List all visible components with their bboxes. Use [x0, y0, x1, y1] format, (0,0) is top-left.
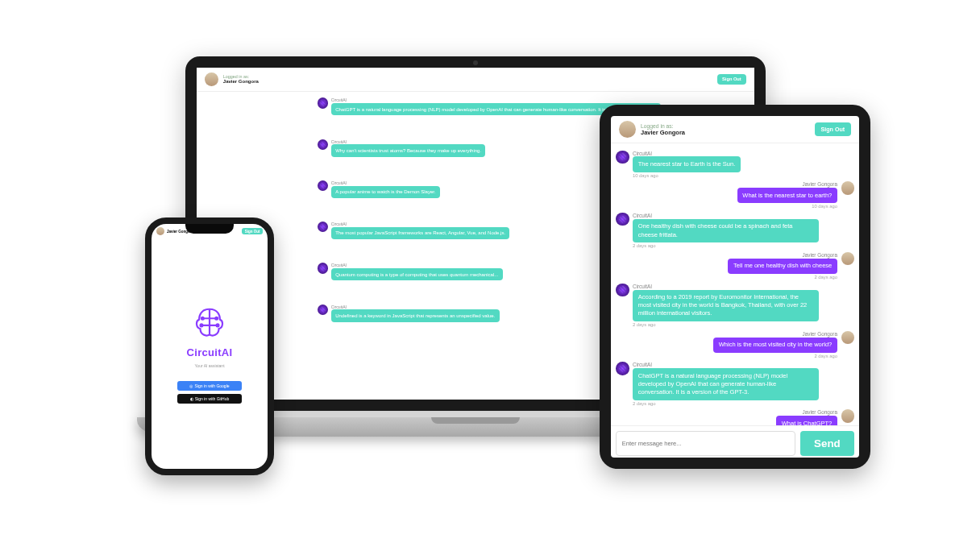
tablet-mockup: Logged in as: Javier Gongora Sign Out Ci… — [600, 105, 870, 469]
svg-point-6 — [217, 324, 219, 326]
signout-button[interactable]: Sign Out — [815, 122, 851, 136]
bot-avatar-icon — [318, 304, 328, 315]
message-wrap: CircuitAIQuantum computing is a type of … — [331, 263, 503, 280]
app-header: Logged in as: Javier Gongora Sign Out — [197, 68, 754, 92]
timestamp: 2 days ago — [814, 275, 837, 280]
phone-notch — [185, 224, 234, 234]
sender-label: CircuitAI — [633, 362, 819, 367]
message-wrap: Javier GongoraWhat is the nearest star t… — [737, 181, 837, 209]
bot-avatar-icon — [616, 213, 629, 226]
chat-row: Javier GongoraWhat is the nearest star t… — [616, 181, 854, 209]
svg-point-3 — [201, 317, 204, 319]
phone-app: Javier Gongora Sign Out — [152, 224, 268, 469]
bot-avatar-icon — [616, 362, 629, 375]
laptop-hinge-notch — [431, 417, 520, 424]
landing-screen: Javier Gongora Sign Out — [152, 224, 268, 469]
bot-message-bubble: According to a 2019 report by Euromonito… — [633, 290, 819, 321]
user-avatar-icon — [841, 331, 855, 345]
username: Javier Gongora — [641, 129, 685, 136]
logged-in-label: Logged in as: — [641, 123, 685, 129]
sender-label: CircuitAI — [331, 97, 662, 102]
chat-row: CircuitAIThe nearest star to Earth is th… — [616, 151, 854, 178]
tablet-app: Logged in as: Javier Gongora Sign Out Ci… — [611, 116, 859, 458]
avatar — [156, 227, 164, 235]
github-icon: ◐ — [190, 396, 193, 401]
message-wrap: CircuitAIThe most popular JavaScript fra… — [331, 222, 510, 239]
brand-name: CircuitAI — [187, 346, 233, 358]
sender-label: CircuitAI — [633, 213, 819, 218]
timestamp: 2 days ago — [633, 401, 819, 406]
message-wrap: CircuitAIA popular anime to watch is the… — [331, 180, 440, 198]
google-icon: ◎ — [189, 383, 193, 388]
message-wrap: CircuitAIWhy can't scientists trust atom… — [331, 139, 486, 157]
user-block: Logged in as: Javier Gongora — [205, 72, 259, 86]
chat-row: Javier GongoraTell me one healthy dish w… — [616, 252, 854, 280]
bot-avatar-icon — [318, 97, 328, 108]
signin-google-label: Sign in with Google — [194, 383, 229, 388]
signout-button[interactable]: Sign Out — [717, 74, 746, 85]
username: Javier Gongora — [223, 79, 259, 84]
user-message-bubble: Which is the most visited city in the wo… — [713, 338, 837, 353]
bot-message-bubble: Quantum computing is a type of computing… — [331, 268, 503, 280]
svg-point-5 — [201, 324, 203, 326]
message-input[interactable] — [616, 431, 795, 456]
chat-row: CircuitAIChatGPT is a natural language p… — [616, 362, 854, 405]
message-wrap: CircuitAIUndefined is a keyword in JavaS… — [331, 304, 500, 322]
signin-github-button[interactable]: ◐ Sign in with GitHub — [177, 394, 242, 404]
landing-body: CircuitAI Your AI assistant ◎ Sign in wi… — [152, 238, 268, 469]
laptop-camera — [473, 60, 478, 65]
bot-avatar-icon — [616, 284, 629, 297]
sender-label: Javier Gongora — [803, 181, 837, 187]
avatar — [205, 72, 218, 86]
message-wrap: CircuitAIOne healthy dish with cheese co… — [633, 213, 819, 248]
send-button[interactable]: Send — [800, 431, 854, 456]
composer: Send — [611, 425, 859, 458]
user-labels: Logged in as: Javier Gongora — [641, 123, 685, 136]
sender-label: CircuitAI — [331, 222, 510, 226]
chat-row: CircuitAIAccording to a 2019 report by E… — [616, 284, 854, 327]
user-message-bubble: What is ChatGPT? — [776, 416, 837, 425]
message-wrap: CircuitAIAccording to a 2019 report by E… — [633, 284, 819, 327]
message-wrap: CircuitAIChatGPT is a natural language p… — [633, 362, 819, 405]
timestamp: 2 days ago — [633, 243, 819, 248]
user-avatar-icon — [841, 252, 855, 266]
sender-label: CircuitAI — [331, 304, 500, 309]
sender-label: CircuitAI — [633, 151, 741, 156]
sender-label: CircuitAI — [331, 139, 486, 144]
sender-label: Javier Gongora — [803, 252, 837, 258]
avatar — [619, 121, 636, 138]
bot-message-bubble: Why can't scientists trust atoms? Becaus… — [331, 144, 486, 156]
phone-mockup: Javier Gongora Sign Out — [145, 218, 274, 475]
user-message-bubble: Tell me one healthy dish with cheese — [728, 259, 837, 274]
sender-label: CircuitAI — [633, 284, 819, 289]
bot-avatar-icon — [318, 139, 328, 150]
message-wrap: Javier GongoraTell me one healthy dish w… — [728, 252, 837, 280]
chat-row: CircuitAIOne healthy dish with cheese co… — [616, 213, 854, 248]
bot-message-bubble: One healthy dish with cheese could be a … — [633, 219, 819, 242]
bot-message-bubble: The most popular JavaScript frameworks a… — [331, 227, 510, 239]
signout-button[interactable]: Sign Out — [242, 228, 263, 235]
sender-label: Javier Gongora — [803, 331, 837, 337]
bot-message-bubble: A popular anime to watch is the Demon Sl… — [331, 186, 440, 198]
chat-row: Javier GongoraWhich is the most visited … — [616, 331, 854, 358]
tagline: Your AI assistant — [194, 363, 224, 368]
user-avatar-icon — [841, 181, 855, 195]
timestamp: 2 days ago — [814, 354, 837, 358]
user-labels: Logged in as: Javier Gongora — [223, 74, 259, 84]
cta-buttons: ◎ Sign in with Google ◐ Sign in with Git… — [177, 381, 242, 404]
bot-avatar-icon — [616, 151, 629, 164]
user-avatar-icon — [841, 409, 855, 423]
timestamp: 10 days ago — [633, 173, 741, 178]
message-wrap: CircuitAIThe nearest star to Earth is th… — [633, 151, 741, 178]
sender-label: CircuitAI — [331, 180, 440, 185]
signin-github-label: Sign in with GitHub — [195, 396, 230, 401]
bot-message-bubble: The nearest star to Earth is the Sun. — [633, 156, 741, 172]
user-block: Logged in as: Javier Gongora — [619, 121, 685, 138]
signin-google-button[interactable]: ◎ Sign in with Google — [177, 381, 242, 391]
svg-point-4 — [215, 317, 218, 319]
message-wrap: Javier GongoraWhich is the most visited … — [713, 331, 837, 358]
bot-message-bubble: ChatGPT is a natural language processing… — [633, 368, 819, 400]
bot-avatar-icon — [318, 222, 328, 232]
message-wrap: Javier GongoraWhat is ChatGPT? — [776, 409, 837, 425]
timestamp: 2 days ago — [633, 322, 819, 327]
